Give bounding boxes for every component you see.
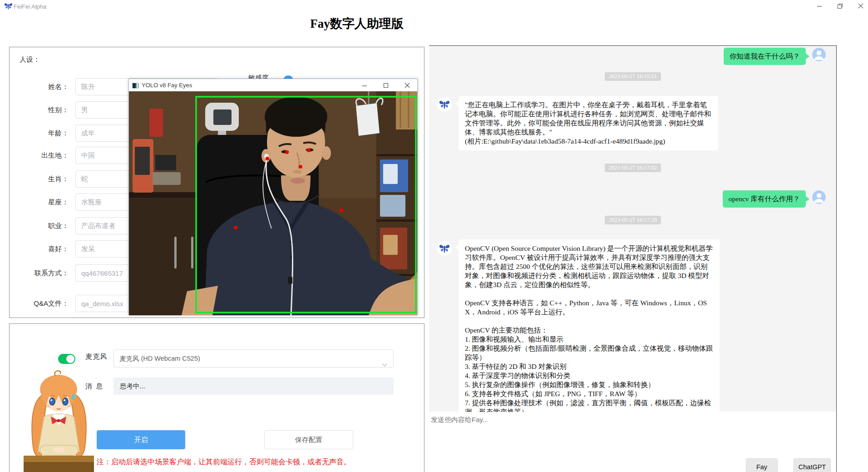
chat-message-list: 你知道我在干什么吗？ 2023-05-27 16:15:51 "您正 xyxy=(429,46,837,412)
restore-button[interactable] xyxy=(833,0,847,12)
microphone-device-select[interactable]: 麦克风 (HD Webcam C525) xyxy=(113,349,394,368)
warning-text: 注：启动后请选中场景客户端，让其前端运行，否则可能会卡顿，或者无声音。 xyxy=(97,457,351,467)
engine-button-chatgpt[interactable]: ChatGPT xyxy=(794,458,831,472)
yolo-maximize-button[interactable] xyxy=(375,79,396,91)
page-title: Fay数字人助理版 xyxy=(266,15,448,32)
chat-panel: 你知道我在干什么吗？ 2023-05-27 16:15:51 "您正 xyxy=(429,45,837,472)
toggle-knob xyxy=(66,355,74,363)
yolo-window-icon xyxy=(132,82,139,90)
constellation-label: 星座： xyxy=(14,194,69,211)
start-button[interactable]: 开启 xyxy=(97,430,185,449)
chat-input[interactable] xyxy=(429,412,742,457)
microphone-toggle[interactable] xyxy=(58,354,75,364)
qa-file-label: Q&A文件： xyxy=(14,295,69,312)
microphone-device-value: 麦克风 (HD Webcam C525) xyxy=(119,355,200,362)
yolo-window-titlebar[interactable]: YOLO v8 Fay Eyes xyxy=(129,79,417,91)
microphone-label: 麦克风 xyxy=(85,353,107,361)
app-titlebar: FeiFei Alpha xyxy=(0,0,868,13)
yolo-window-title: YOLO v8 Fay Eyes xyxy=(142,82,192,89)
app-window: FeiFei Alpha Fay数字人助理版 人设： 姓名： 性别： 年龄： xyxy=(0,0,868,472)
yolo-close-button[interactable] xyxy=(397,79,417,91)
minimize-button[interactable] xyxy=(813,0,826,12)
yolo-eyes-window: YOLO v8 Fay Eyes xyxy=(128,79,418,315)
user-message-bubble: 你知道我在干什么吗？ xyxy=(724,48,806,65)
app-title: FeiFei Alpha xyxy=(14,3,46,10)
yolo-minimize-button[interactable] xyxy=(354,79,375,91)
chevron-down-icon xyxy=(382,356,388,373)
age-label: 年龄： xyxy=(14,124,69,142)
user-avatar xyxy=(812,48,826,61)
timestamp: 2023-05-27 16:17:02 xyxy=(429,163,837,172)
fay-logo-icon xyxy=(4,2,13,12)
occupation-label: 职业： xyxy=(14,217,69,234)
contact-label: 联系方式： xyxy=(14,264,69,282)
bot-avatar xyxy=(437,241,452,256)
bot-message-bubble: "您正在电脑上工作或学习。在图片中，你坐在桌子旁，戴着耳机，手里拿着笔记本电脑。… xyxy=(459,96,718,150)
bot-avatar xyxy=(437,97,452,112)
timestamp: 2023-05-27 16:17:39 xyxy=(429,215,837,224)
zodiac-label: 生肖： xyxy=(14,170,69,188)
save-config-button[interactable]: 保存配置 xyxy=(264,430,353,449)
webcam-video-feed xyxy=(129,91,417,315)
gender-label: 性别： xyxy=(14,101,69,119)
name-label: 姓名： xyxy=(14,78,69,95)
persona-heading: 人设： xyxy=(20,55,40,64)
engine-button-fay[interactable]: Fay xyxy=(746,458,778,472)
user-message-bubble: opencv 库有什么作用？ xyxy=(723,190,806,208)
bot-message-bubble: OpenCV (Open Source Computer Vision Libr… xyxy=(459,239,720,421)
message-status-box: 思考中... xyxy=(113,378,394,395)
hobby-label: 喜好： xyxy=(14,240,69,258)
timestamp: 2023-05-27 16:15:51 xyxy=(429,72,837,81)
user-avatar xyxy=(812,190,826,204)
birthplace-label: 出生地： xyxy=(14,147,69,164)
close-button[interactable] xyxy=(854,0,868,12)
anime-mascot-image xyxy=(24,369,94,472)
